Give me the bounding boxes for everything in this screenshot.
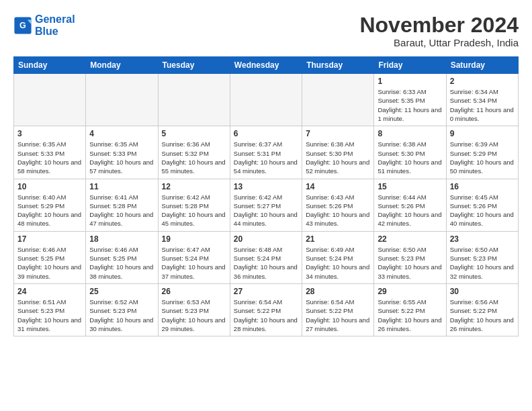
day-detail: Sunrise: 6:33 AMSunset: 5:35 PMDaylight:…: [378, 87, 442, 123]
cell-1-3: 6Sunrise: 6:37 AMSunset: 5:31 PMDaylight…: [230, 126, 302, 179]
day-number: 25: [89, 287, 154, 296]
cell-0-3: [230, 74, 302, 126]
cell-4-5: 29Sunrise: 6:55 AMSunset: 5:22 PMDayligh…: [374, 283, 446, 336]
week-row-3: 10Sunrise: 6:40 AMSunset: 5:29 PMDayligh…: [14, 179, 519, 231]
day-detail: Sunrise: 6:35 AMSunset: 5:33 PMDaylight:…: [89, 140, 154, 175]
day-number: 13: [234, 182, 298, 191]
day-detail: Sunrise: 6:55 AMSunset: 5:22 PMDaylight:…: [378, 298, 442, 333]
day-detail: Sunrise: 6:45 AMSunset: 5:26 PMDaylight:…: [450, 193, 515, 228]
cell-4-3: 27Sunrise: 6:54 AMSunset: 5:22 PMDayligh…: [230, 283, 302, 336]
day-detail: Sunrise: 6:38 AMSunset: 5:30 PMDaylight:…: [378, 140, 442, 175]
logo: G General Blue: [13, 13, 75, 37]
cell-2-3: 13Sunrise: 6:42 AMSunset: 5:27 PMDayligh…: [230, 179, 302, 231]
day-detail: Sunrise: 6:42 AMSunset: 5:27 PMDaylight:…: [234, 193, 298, 228]
header-tuesday: Tuesday: [158, 57, 230, 74]
cell-4-4: 28Sunrise: 6:54 AMSunset: 5:22 PMDayligh…: [302, 283, 374, 336]
day-detail: Sunrise: 6:51 AMSunset: 5:23 PMDaylight:…: [17, 298, 82, 333]
day-number: 6: [234, 129, 298, 138]
day-number: 30: [450, 287, 515, 296]
cell-2-5: 15Sunrise: 6:44 AMSunset: 5:26 PMDayligh…: [374, 179, 446, 231]
day-detail: Sunrise: 6:54 AMSunset: 5:22 PMDaylight:…: [234, 298, 298, 333]
day-number: 7: [306, 129, 370, 138]
day-detail: Sunrise: 6:50 AMSunset: 5:23 PMDaylight:…: [450, 245, 515, 281]
cell-4-1: 25Sunrise: 6:52 AMSunset: 5:23 PMDayligh…: [86, 283, 158, 336]
cell-4-2: 26Sunrise: 6:53 AMSunset: 5:23 PMDayligh…: [158, 283, 230, 336]
cell-4-0: 24Sunrise: 6:51 AMSunset: 5:23 PMDayligh…: [14, 283, 86, 336]
cell-1-1: 4Sunrise: 6:35 AMSunset: 5:33 PMDaylight…: [86, 126, 158, 179]
day-number: 16: [450, 182, 515, 191]
header: G General Blue November 2024 Baraut, Utt…: [13, 13, 519, 48]
day-detail: Sunrise: 6:40 AMSunset: 5:29 PMDaylight:…: [17, 193, 82, 228]
cell-2-1: 11Sunrise: 6:41 AMSunset: 5:28 PMDayligh…: [86, 179, 158, 231]
title-area: November 2024 Baraut, Uttar Pradesh, Ind…: [359, 13, 519, 48]
cell-3-1: 18Sunrise: 6:46 AMSunset: 5:25 PMDayligh…: [86, 231, 158, 283]
day-number: 12: [162, 182, 226, 191]
day-number: 20: [234, 234, 298, 244]
subtitle: Baraut, Uttar Pradesh, India: [359, 37, 519, 48]
header-saturday: Saturday: [446, 57, 518, 74]
cell-2-6: 16Sunrise: 6:45 AMSunset: 5:26 PMDayligh…: [446, 179, 518, 231]
day-detail: Sunrise: 6:46 AMSunset: 5:25 PMDaylight:…: [89, 245, 154, 281]
day-detail: Sunrise: 6:47 AMSunset: 5:24 PMDaylight:…: [162, 245, 226, 281]
cell-3-3: 20Sunrise: 6:48 AMSunset: 5:24 PMDayligh…: [230, 231, 302, 283]
cell-3-5: 22Sunrise: 6:50 AMSunset: 5:23 PMDayligh…: [374, 231, 446, 283]
day-number: 8: [378, 129, 442, 138]
cell-2-2: 12Sunrise: 6:42 AMSunset: 5:28 PMDayligh…: [158, 179, 230, 231]
logo-text: General Blue: [35, 13, 75, 37]
day-number: 23: [450, 234, 515, 244]
day-number: 26: [162, 287, 226, 296]
day-number: 29: [378, 287, 442, 296]
cell-0-4: [302, 74, 374, 126]
cell-1-4: 7Sunrise: 6:38 AMSunset: 5:30 PMDaylight…: [302, 126, 374, 179]
weekday-header-row: Sunday Monday Tuesday Wednesday Thursday…: [14, 57, 519, 74]
day-number: 5: [162, 129, 226, 138]
day-detail: Sunrise: 6:37 AMSunset: 5:31 PMDaylight:…: [234, 140, 298, 175]
day-number: 2: [450, 77, 515, 86]
day-detail: Sunrise: 6:41 AMSunset: 5:28 PMDaylight:…: [89, 193, 154, 228]
day-number: 3: [17, 129, 82, 138]
day-detail: Sunrise: 6:44 AMSunset: 5:26 PMDaylight:…: [378, 193, 442, 228]
day-number: 19: [162, 234, 226, 244]
day-detail: Sunrise: 6:48 AMSunset: 5:24 PMDaylight:…: [234, 245, 298, 281]
header-wednesday: Wednesday: [230, 57, 302, 74]
header-sunday: Sunday: [14, 57, 86, 74]
logo-line1: General: [35, 13, 75, 25]
cell-3-4: 21Sunrise: 6:49 AMSunset: 5:24 PMDayligh…: [302, 231, 374, 283]
day-detail: Sunrise: 6:42 AMSunset: 5:28 PMDaylight:…: [162, 193, 226, 228]
cell-1-6: 9Sunrise: 6:39 AMSunset: 5:29 PMDaylight…: [446, 126, 518, 179]
day-detail: Sunrise: 6:49 AMSunset: 5:24 PMDaylight:…: [306, 245, 370, 281]
week-row-2: 3Sunrise: 6:35 AMSunset: 5:33 PMDaylight…: [14, 126, 519, 179]
cell-3-6: 23Sunrise: 6:50 AMSunset: 5:23 PMDayligh…: [446, 231, 518, 283]
calendar: Sunday Monday Tuesday Wednesday Thursday…: [13, 56, 519, 336]
week-row-4: 17Sunrise: 6:46 AMSunset: 5:25 PMDayligh…: [14, 231, 519, 283]
day-number: 9: [450, 129, 515, 138]
day-number: 1: [378, 77, 442, 86]
cell-0-6: 2Sunrise: 6:34 AMSunset: 5:34 PMDaylight…: [446, 74, 518, 126]
day-number: 24: [17, 287, 82, 296]
cell-3-2: 19Sunrise: 6:47 AMSunset: 5:24 PMDayligh…: [158, 231, 230, 283]
cell-1-0: 3Sunrise: 6:35 AMSunset: 5:33 PMDaylight…: [14, 126, 86, 179]
cell-0-0: [14, 74, 86, 126]
day-number: 14: [306, 182, 370, 191]
cell-1-5: 8Sunrise: 6:38 AMSunset: 5:30 PMDaylight…: [374, 126, 446, 179]
header-monday: Monday: [86, 57, 158, 74]
day-detail: Sunrise: 6:46 AMSunset: 5:25 PMDaylight:…: [17, 245, 82, 281]
logo-line2: Blue: [35, 26, 58, 37]
day-number: 17: [17, 234, 82, 244]
month-title: November 2024: [359, 13, 519, 37]
cell-0-1: [86, 74, 158, 126]
day-detail: Sunrise: 6:34 AMSunset: 5:34 PMDaylight:…: [450, 87, 515, 123]
day-detail: Sunrise: 6:53 AMSunset: 5:23 PMDaylight:…: [162, 298, 226, 333]
page: G General Blue November 2024 Baraut, Utt…: [0, 0, 532, 411]
cell-3-0: 17Sunrise: 6:46 AMSunset: 5:25 PMDayligh…: [14, 231, 86, 283]
logo-icon: G: [13, 16, 32, 35]
cell-0-2: [158, 74, 230, 126]
day-detail: Sunrise: 6:38 AMSunset: 5:30 PMDaylight:…: [306, 140, 370, 175]
day-detail: Sunrise: 6:36 AMSunset: 5:32 PMDaylight:…: [162, 140, 226, 175]
header-friday: Friday: [374, 57, 446, 74]
day-detail: Sunrise: 6:52 AMSunset: 5:23 PMDaylight:…: [89, 298, 154, 333]
day-number: 21: [306, 234, 370, 244]
day-number: 18: [89, 234, 154, 244]
day-detail: Sunrise: 6:35 AMSunset: 5:33 PMDaylight:…: [17, 140, 82, 175]
day-detail: Sunrise: 6:50 AMSunset: 5:23 PMDaylight:…: [378, 245, 442, 281]
